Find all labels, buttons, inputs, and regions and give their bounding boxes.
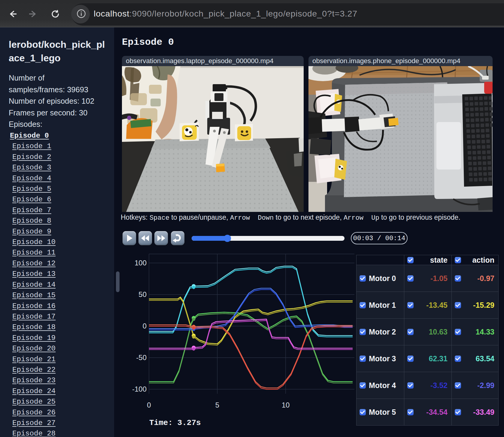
svg-text:0: 0 [147,401,151,409]
svg-text:100: 100 [135,259,147,267]
svg-text:5: 5 [215,401,219,409]
svg-text:0: 0 [143,322,147,330]
svg-text:50: 50 [138,290,147,298]
svg-text:10: 10 [282,401,290,409]
svg-text:Time: 3.27s: Time: 3.27s [149,418,201,427]
svg-text:-100: -100 [132,385,147,393]
svg-text:-50: -50 [136,353,147,362]
